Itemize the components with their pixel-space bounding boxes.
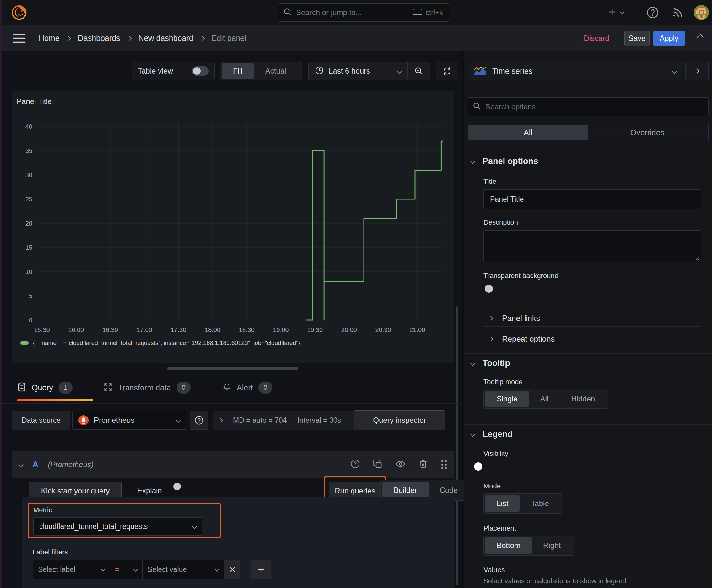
add-button[interactable] xyxy=(607,6,624,19)
refresh-button[interactable] xyxy=(436,62,458,80)
chevron-down-icon xyxy=(620,10,624,14)
panel-title-input[interactable] xyxy=(483,189,701,209)
discard-button[interactable]: Discard xyxy=(578,31,615,46)
chevron-down-icon xyxy=(470,159,475,164)
chevron-down-icon xyxy=(101,567,105,572)
metric-select[interactable]: cloudflared_tunnel_total_requests xyxy=(33,517,202,536)
tab-overrides[interactable]: Overrides xyxy=(588,125,707,141)
interval-value: Interval = 30s xyxy=(297,416,341,425)
help-button[interactable] xyxy=(646,6,659,20)
collapse-query-icon[interactable] xyxy=(19,462,24,467)
news-rss-button[interactable] xyxy=(671,6,684,20)
global-search-box[interactable]: Search or jump to... ctrl+k xyxy=(278,3,449,22)
tooltip-single-option[interactable]: Single xyxy=(486,391,529,407)
save-button[interactable]: Save xyxy=(624,31,649,46)
query-inspector-button[interactable]: Query inspector xyxy=(354,410,445,430)
select-label-dropdown[interactable]: Select label xyxy=(33,560,110,579)
open-viz-picker-button[interactable] xyxy=(685,62,709,80)
apply-button[interactable]: Apply xyxy=(653,31,685,46)
table-view-toggle[interactable] xyxy=(192,66,209,76)
legend-swatch[interactable] xyxy=(20,341,28,344)
datasource-select[interactable]: Prometheus xyxy=(72,411,187,430)
collapse-options-button[interactable] xyxy=(698,35,703,41)
values-label: Values xyxy=(483,566,505,574)
metric-value: cloudflared_tunnel_total_requests xyxy=(39,522,193,531)
svg-text:20:30: 20:30 xyxy=(375,327,391,333)
query-ref-id[interactable]: A xyxy=(33,460,39,469)
svg-text:25: 25 xyxy=(25,196,33,203)
table-view-control: Table view xyxy=(132,62,215,80)
placement-right-option[interactable]: Right xyxy=(532,538,572,554)
time-range-control: Last 6 hours xyxy=(308,62,430,80)
panel-title[interactable]: Panel Title xyxy=(17,97,52,106)
query-row-header[interactable]: A (Prometheus) xyxy=(12,451,454,478)
left-pane-scrollbar[interactable] xyxy=(456,306,458,585)
options-search-placeholder: Search options xyxy=(486,102,536,111)
tab-query[interactable]: Query 1 xyxy=(17,377,72,398)
repeat-options-section[interactable]: Repeat options xyxy=(489,331,555,346)
chevron-down-icon xyxy=(470,432,475,437)
duplicate-query-icon[interactable] xyxy=(373,459,382,470)
legend-title: Legend xyxy=(482,429,513,439)
time-series-chart[interactable]: 051015202530354015:3016:0016:3017:0017:3… xyxy=(13,117,452,336)
chevron-right-icon xyxy=(489,316,494,321)
tab-transform-data[interactable]: Transform data 0 xyxy=(104,377,191,398)
chevron-down-icon xyxy=(215,567,219,572)
options-search-box[interactable]: Search options xyxy=(467,97,709,116)
plus-icon xyxy=(607,7,617,18)
fill-option[interactable]: Fill xyxy=(222,63,254,79)
time-range-picker[interactable]: Last 6 hours xyxy=(308,62,408,80)
svg-text:17:30: 17:30 xyxy=(170,327,186,333)
builder-option[interactable]: Builder xyxy=(382,482,429,499)
breadcrumb-new-dashboard[interactable]: New dashboard xyxy=(138,34,193,43)
svg-text:16:00: 16:00 xyxy=(68,327,84,333)
time-range-label: Last 6 hours xyxy=(329,67,393,76)
visualization-name: Time series xyxy=(492,67,667,76)
drag-handle-icon[interactable] xyxy=(441,460,447,469)
legend-mode-label: Mode xyxy=(483,482,501,490)
delete-query-icon[interactable] xyxy=(419,459,428,470)
legend-series-label[interactable]: {__name__="cloudflared_tunnel_total_requ… xyxy=(33,339,300,346)
chevron-down-icon xyxy=(176,418,181,423)
datasource-help-button[interactable] xyxy=(190,411,209,430)
menu-toggle-button[interactable] xyxy=(12,33,27,44)
zoom-out-button[interactable] xyxy=(408,62,430,80)
pane-resize-handle[interactable] xyxy=(167,367,298,370)
actual-option[interactable]: Actual xyxy=(254,63,298,79)
select-value-placeholder: Select value xyxy=(148,565,216,574)
panel-options-header[interactable]: Panel options xyxy=(471,156,538,166)
grafana-logo[interactable] xyxy=(10,3,28,22)
svg-text:19:30: 19:30 xyxy=(307,327,323,333)
operator-dropdown[interactable]: = xyxy=(110,560,143,579)
chevron-right-icon xyxy=(218,418,223,422)
query-options-summary[interactable]: MD = auto = 704 Interval = 30s xyxy=(213,411,355,430)
legend-list-option[interactable]: List xyxy=(486,495,520,512)
chevron-right-icon xyxy=(67,36,71,40)
tab-all[interactable]: All xyxy=(468,125,588,141)
select-value-dropdown[interactable]: Select value xyxy=(143,560,224,579)
bell-icon xyxy=(223,383,231,393)
tab-alert[interactable]: Alert 0 xyxy=(223,377,272,398)
add-filter-button[interactable] xyxy=(251,560,271,579)
tabs-divider xyxy=(2,403,462,404)
tooltip-header[interactable]: Tooltip xyxy=(471,358,510,368)
topbar-divider xyxy=(637,5,637,20)
time-series-icon xyxy=(473,66,487,76)
tooltip-all-option[interactable]: All xyxy=(529,391,560,407)
remove-filter-button[interactable] xyxy=(224,560,240,579)
user-avatar[interactable] xyxy=(694,5,709,20)
query-help-icon[interactable] xyxy=(350,459,360,470)
code-option[interactable]: Code xyxy=(429,482,469,499)
tooltip-hidden-option[interactable]: Hidden xyxy=(560,391,606,407)
placement-bottom-option[interactable]: Bottom xyxy=(486,538,532,554)
legend-table-option[interactable]: Table xyxy=(520,495,560,512)
svg-text:20:00: 20:00 xyxy=(341,327,357,333)
panel-links-section[interactable]: Panel links xyxy=(489,311,540,326)
hide-query-icon[interactable] xyxy=(395,459,406,470)
chart-legend: {__name__="cloudflared_tunnel_total_requ… xyxy=(20,339,300,346)
description-textarea[interactable] xyxy=(483,230,701,262)
visualization-picker[interactable]: Time series xyxy=(467,62,682,80)
breadcrumb-home[interactable]: Home xyxy=(39,34,60,43)
breadcrumb-dashboards[interactable]: Dashboards xyxy=(78,34,120,43)
legend-header[interactable]: Legend xyxy=(471,429,513,439)
